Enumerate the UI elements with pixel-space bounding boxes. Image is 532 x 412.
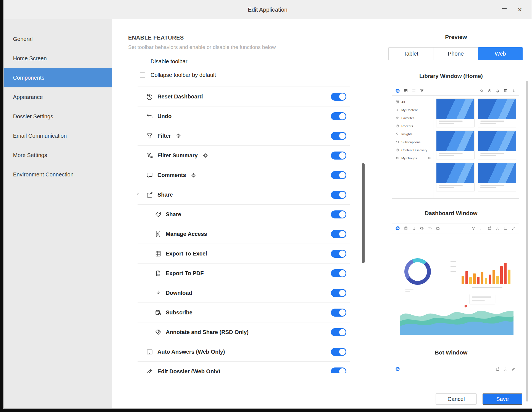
close-icon[interactable]: × <box>514 0 526 19</box>
library-sidebar: All My Content Favorites Recents Insight… <box>392 96 433 198</box>
logo-icon <box>395 367 400 371</box>
axis-dash <box>472 287 502 288</box>
filter-summary-settings-gear-icon[interactable] <box>203 153 208 158</box>
filter-toggle[interactable] <box>331 132 346 140</box>
compass-icon <box>396 148 399 152</box>
dossier-card <box>436 131 475 159</box>
search-icon <box>480 89 484 93</box>
sidebar-item-environment-connection[interactable]: Environment Connection <box>4 165 112 184</box>
comments-settings-gear-icon[interactable] <box>191 173 196 178</box>
dialog-body: General Home Screen Components Appearanc… <box>4 19 532 408</box>
dashboard-canvas <box>392 233 519 337</box>
dialog-scrollbar[interactable] <box>526 81 528 401</box>
comments-toggle[interactable] <box>331 171 346 179</box>
filter-summary-toggle[interactable] <box>331 152 346 160</box>
feature-label: Export To Excel <box>166 251 207 257</box>
manage-access-icon <box>155 231 162 238</box>
feature-label: Filter Summary <box>157 152 198 159</box>
library-body: All My Content Favorites Recents Insight… <box>392 96 519 198</box>
sidebar-item-components[interactable]: Components <box>4 68 112 87</box>
tab-tablet[interactable]: Tablet <box>389 48 433 60</box>
subscribe-toggle[interactable] <box>331 309 346 317</box>
dossier-card <box>478 131 516 159</box>
feature-row-export-pdf: Export To PDF <box>138 264 350 283</box>
bulb-icon <box>396 132 399 136</box>
feature-row-export-excel: Export To Excel <box>138 244 350 264</box>
filter-icon <box>146 132 153 140</box>
manage-access-toggle[interactable] <box>331 230 346 238</box>
cancel-button[interactable]: Cancel <box>436 393 477 405</box>
preview-panel: Preview Tablet Phone Web Library Window … <box>380 19 532 408</box>
axis-dash <box>405 289 414 290</box>
area-chart-thumbnail <box>400 293 513 335</box>
tab-web[interactable]: Web <box>478 47 523 60</box>
axis-dash <box>451 271 456 272</box>
caret-down-icon[interactable] <box>138 194 139 196</box>
settings-sidebar: General Home Screen Components Appearanc… <box>4 19 112 408</box>
feature-row-undo: Undo <box>138 106 350 126</box>
feature-list-scrollbar[interactable] <box>362 163 365 263</box>
sidebar-item-dossier-settings[interactable]: Dossier Settings <box>4 107 112 126</box>
sidebar-item-email-communication[interactable]: Email Communication <box>4 126 112 145</box>
sidebar-item-general[interactable]: General <box>4 29 112 49</box>
export-pdf-toggle[interactable] <box>331 269 346 277</box>
title-bar: Edit Application – × <box>4 0 532 19</box>
logo-icon <box>395 88 400 93</box>
download-toggle[interactable] <box>331 289 346 297</box>
reset-icon <box>420 226 424 230</box>
filter-summary-icon <box>146 152 153 159</box>
dialog-title: Edit Application <box>248 6 288 13</box>
minimize-icon[interactable]: – <box>499 0 510 19</box>
save-button[interactable]: Save <box>483 393 522 405</box>
reset-dashboard-toggle[interactable] <box>331 93 346 101</box>
account-icon <box>496 226 500 230</box>
preview-device-tabs: Tablet Phone Web <box>388 47 523 60</box>
feature-label: Download <box>166 290 192 296</box>
sidebar-item-more-settings[interactable]: More Settings <box>4 145 112 165</box>
sidebar-item-appearance[interactable]: Appearance <box>4 87 112 107</box>
undo-toggle[interactable] <box>331 112 346 120</box>
annotate-share-toggle[interactable] <box>331 328 346 336</box>
bookmark-icon <box>412 226 416 230</box>
feature-label: Export To PDF <box>166 270 204 277</box>
sidebar-item-home-screen[interactable]: Home Screen <box>4 49 112 68</box>
mail-icon <box>396 140 399 144</box>
plus-circle-icon <box>428 157 431 160</box>
collapse-toolbar-option: Collapse toolbar by default <box>140 72 216 78</box>
logo-icon <box>395 226 400 231</box>
collapse-toolbar-checkbox[interactable] <box>140 72 145 78</box>
window-controls: – × <box>499 0 526 19</box>
feature-row-filter: Filter <box>138 126 350 146</box>
bot-toolbar <box>392 363 519 375</box>
list-view-icon <box>412 89 416 93</box>
library-toolbar <box>392 86 519 96</box>
feature-label: Undo <box>157 113 172 119</box>
page-title: ENABLE FEATURES <box>128 35 184 41</box>
comment-icon <box>480 226 484 230</box>
auto-answers-toggle[interactable] <box>331 348 346 356</box>
checkbox-label: Collapse toolbar by default <box>151 72 216 78</box>
feature-label: Edit Dossier (Web Only) <box>157 368 220 374</box>
checkbox-label: Disable toolbar <box>151 58 187 65</box>
axis-dash <box>451 261 456 262</box>
tab-phone[interactable]: Phone <box>433 48 478 60</box>
feature-label: Manage Access <box>166 231 207 237</box>
library-nav-recents: Recents <box>396 122 431 130</box>
disable-toolbar-checkbox[interactable] <box>140 59 145 64</box>
document-icon <box>404 226 408 230</box>
filter-settings-gear-icon[interactable] <box>176 133 181 139</box>
share-group-toggle[interactable] <box>331 191 346 199</box>
share-icon <box>496 367 500 371</box>
export-excel-toggle[interactable] <box>331 250 346 258</box>
edit-dossier-toggle[interactable] <box>331 367 346 373</box>
library-nav-subscriptions: Subscriptions <box>396 138 431 146</box>
dossier-card <box>478 98 516 127</box>
feature-row-auto-answers: Auto Answers (Web Only) <box>138 342 350 362</box>
enable-features-panel: ENABLE FEATURES Set toolbar behaviors an… <box>112 19 380 408</box>
panel-icon <box>504 226 508 230</box>
share-toggle[interactable] <box>331 210 346 218</box>
library-nav-my-groups: My Groups <box>396 154 431 162</box>
feature-row-annotate-share: Annotate and Share (RSD Only) <box>138 322 350 342</box>
undo-icon <box>428 226 432 230</box>
feature-row-share-group: Share <box>138 185 350 205</box>
